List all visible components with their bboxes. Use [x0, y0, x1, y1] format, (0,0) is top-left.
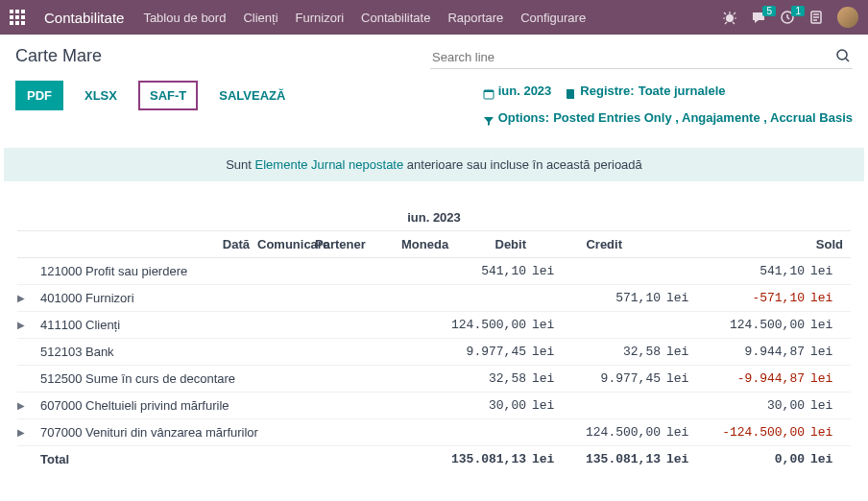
credit-amount: 9.977,45 [555, 371, 661, 386]
sold-currency: lei [805, 291, 833, 305]
debit-amount: 30,00 [411, 398, 526, 413]
sold-currency: lei [805, 318, 833, 332]
nav-item-config[interactable]: Configurare [520, 11, 586, 25]
save-button[interactable]: SALVEAZĂ [207, 81, 297, 110]
credit-currency: lei [661, 425, 689, 440]
clock-badge: 1 [791, 6, 805, 16]
credit-currency: lei [661, 291, 689, 305]
sold-amount: 541,10 [689, 264, 805, 278]
credit-currency: lei [661, 371, 689, 386]
account-name[interactable]: 121000 Profit sau pierdere [40, 264, 411, 278]
col-partener: Partener [315, 237, 401, 251]
nav-item-customers[interactable]: Clienți [243, 11, 277, 25]
table-row: ▶707000 Venituri din vânzarea mărfurilor… [17, 419, 851, 446]
col-sold: Sold [718, 237, 843, 251]
avatar[interactable] [837, 7, 858, 28]
account-name[interactable]: 411100 Clienți [40, 318, 411, 332]
table-row: ▶607000 Cheltuieli privind mărfurile30,0… [17, 393, 851, 419]
bug-icon[interactable] [722, 10, 737, 25]
svg-point-12 [837, 50, 847, 60]
clock-icon[interactable]: 1 [780, 10, 795, 25]
debit-currency: lei [526, 345, 555, 359]
col-comunicare: Comunicare [257, 237, 315, 251]
app-brand[interactable]: Contabilitate [44, 10, 124, 26]
svg-rect-2 [21, 10, 25, 13]
account-name[interactable]: 707000 Venituri din vânzarea mărfurilor [40, 425, 411, 440]
expand-caret[interactable]: ▶ [17, 293, 27, 303]
col-debit: Debit [469, 237, 526, 251]
sold-currency: lei [805, 345, 833, 359]
nav-item-dashboard[interactable]: Tablou de bord [143, 11, 226, 25]
sold-currency: lei [805, 371, 833, 386]
account-name[interactable]: 401000 Furnizori [40, 291, 411, 305]
total-label: Total [40, 452, 411, 466]
period-header: iun. 2023 [17, 208, 851, 231]
debit-currency: lei [526, 398, 555, 413]
sold-currency: lei [805, 425, 833, 440]
notice-banner: Sunt Elemente Jurnal nepostate anterioar… [4, 148, 864, 181]
options-filter[interactable]: Options: Posted Entries Only , Angajamen… [483, 107, 853, 129]
svg-point-9 [726, 14, 734, 22]
xlsx-button[interactable]: XLSX [73, 81, 129, 110]
sold-currency: lei [805, 398, 833, 413]
svg-rect-3 [10, 15, 13, 19]
debit-currency: lei [526, 264, 555, 278]
report-table: iun. 2023 Dată Comunicare Partener Moned… [8, 201, 860, 480]
navbar: Contabilitate Tablou de bord Clienți Fur… [0, 0, 868, 35]
toolbar: PDF XLSX SAF-T SALVEAZĂ iun. 2023 Regist… [0, 77, 868, 140]
table-row: ▶401000 Furnizori571,10lei-571,10lei [17, 285, 851, 312]
search-icon[interactable] [835, 48, 851, 63]
nav-menu: Tablou de bord Clienți Furnizori Contabi… [143, 11, 586, 25]
svg-rect-4 [15, 15, 19, 19]
account-name[interactable]: 512103 Bank [40, 345, 411, 359]
expand-caret[interactable]: ▶ [17, 400, 27, 411]
col-moneda: Moneda [401, 237, 469, 251]
book-icon [565, 85, 576, 97]
expand-caret[interactable]: ▶ [17, 427, 27, 438]
file-icon[interactable] [808, 10, 824, 25]
total-row: Total 135.081,13 lei 135.081,13 lei 0,00… [17, 446, 851, 472]
nav-item-reporting[interactable]: Raportare [447, 11, 503, 25]
apps-icon[interactable] [10, 10, 25, 25]
account-name[interactable]: 607000 Cheltuieli privind mărfurile [40, 398, 411, 413]
col-credit: Credit [526, 237, 622, 251]
svg-rect-0 [10, 10, 13, 13]
nav-item-accounting[interactable]: Contabilitate [361, 11, 430, 25]
credit-amount: 571,10 [555, 291, 661, 305]
pdf-button[interactable]: PDF [15, 81, 63, 110]
subheader: Carte Mare [0, 35, 868, 77]
col-data: Dată [40, 237, 257, 251]
table-row: 121000 Profit sau pierdere541,10lei541,1… [17, 258, 851, 285]
svg-rect-5 [21, 15, 25, 19]
page-title: Carte Mare [15, 46, 102, 66]
sold-amount: -571,10 [689, 291, 805, 305]
svg-rect-1 [15, 10, 19, 13]
table-row: 512103 Bank9.977,45lei32,58lei9.944,87le… [17, 339, 851, 366]
credit-amount: 32,58 [555, 345, 661, 359]
table-row: ▶411100 Clienți124.500,00lei124.500,00le… [17, 312, 851, 339]
sold-amount: 124.500,00 [689, 318, 805, 332]
period-filter[interactable]: iun. 2023 [483, 81, 552, 102]
expand-caret[interactable]: ▶ [17, 320, 27, 330]
calendar-icon [483, 85, 494, 97]
nav-item-vendors[interactable]: Furnizori [296, 11, 345, 25]
svg-rect-7 [15, 21, 19, 25]
debit-amount: 9.977,45 [411, 345, 526, 359]
messages-badge: 5 [762, 6, 776, 16]
messages-icon[interactable]: 5 [751, 10, 766, 25]
sold-amount: -124.500,00 [689, 425, 805, 440]
sold-currency: lei [805, 264, 833, 278]
journal-filter[interactable]: Registre: Toate jurnalele [565, 81, 725, 102]
notice-link[interactable]: Elemente Jurnal nepostate [255, 157, 404, 172]
account-name[interactable]: 512500 Sume în curs de decontare [40, 371, 411, 386]
credit-currency: lei [661, 345, 689, 359]
sold-amount: 9.944,87 [689, 345, 805, 359]
svg-rect-6 [10, 21, 13, 25]
svg-rect-14 [484, 90, 494, 92]
sold-amount: 30,00 [689, 398, 805, 413]
search-input[interactable] [430, 46, 853, 69]
debit-currency: lei [526, 318, 555, 332]
debit-amount: 32,58 [411, 371, 526, 386]
debit-amount: 541,10 [411, 264, 526, 278]
saft-button[interactable]: SAF-T [138, 81, 198, 110]
